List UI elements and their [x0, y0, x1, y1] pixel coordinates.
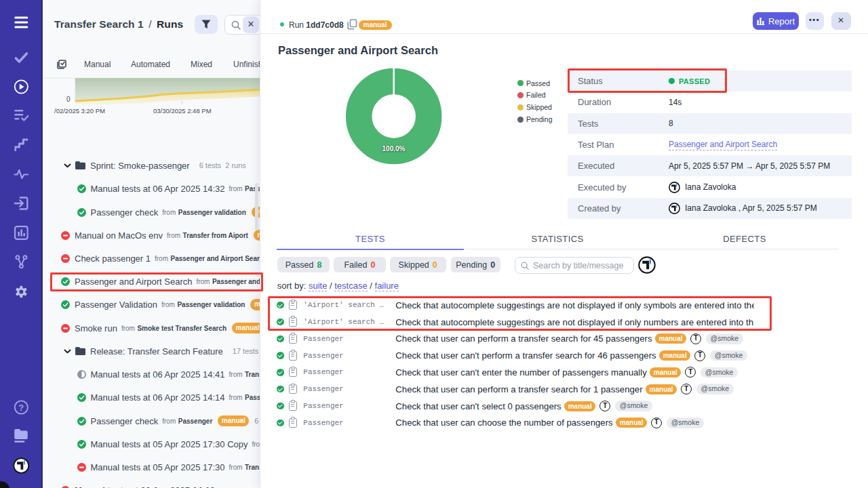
svg-text:0: 0 [66, 96, 71, 103]
svg-text:?: ? [18, 403, 24, 413]
